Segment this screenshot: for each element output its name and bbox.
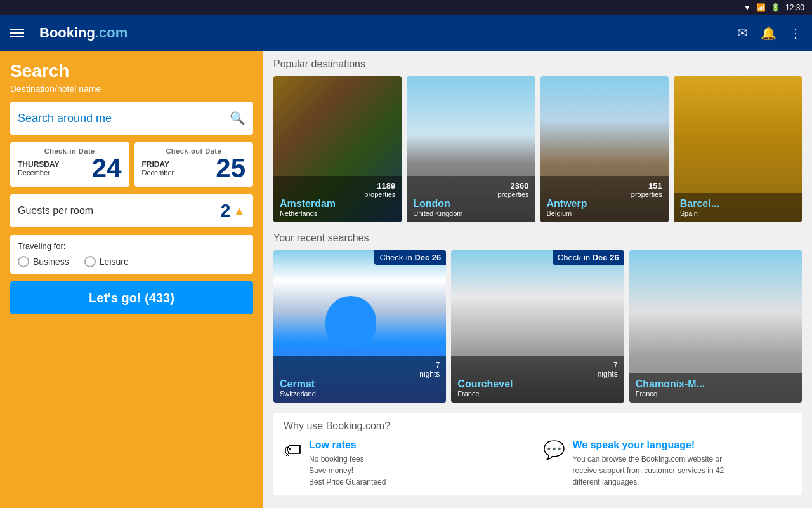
rates-heading: Low rates — [309, 439, 386, 451]
dest-card-barcelona[interactable]: Barcel... Spain — [674, 76, 802, 222]
recent-row: Check-in Dec 26 7nights Cermat Switzerla… — [273, 250, 802, 403]
checkin-weekday: THURSDAY — [18, 160, 60, 169]
hamburger-menu[interactable] — [10, 29, 24, 37]
traveling-label: Traveling for: — [18, 241, 246, 251]
barcelona-country: Spain — [680, 210, 796, 217]
chamonix-name: Chamonix-M... — [636, 378, 796, 390]
business-label: Business — [33, 257, 69, 267]
signal-icon: 📶 — [756, 3, 766, 12]
battery-icon: 🔋 — [771, 3, 780, 12]
destinations-row: 1189 properties Amsterdam Netherlands 23… — [273, 76, 802, 222]
checkout-box[interactable]: Check-out Date FRIDAY December 25 — [134, 142, 254, 187]
antwerp-count: 151 — [648, 181, 662, 190]
leisure-label: Leisure — [100, 257, 129, 267]
cermat-checkin-badge: Check-in Dec 26 — [374, 250, 446, 265]
dest-card-antwerp[interactable]: 151 properties Antwerp Belgium — [540, 76, 669, 222]
email-icon[interactable]: ✉ — [737, 25, 748, 41]
why-grid: 🏷 Low rates No booking feesSave money!Be… — [284, 439, 792, 488]
logo-domain: .com — [95, 25, 128, 41]
rates-text: No booking feesSave money!Best Price Gua… — [309, 453, 386, 488]
chamonix-country: France — [636, 390, 796, 398]
antwerp-overlay: 151 properties Antwerp Belgium — [540, 176, 669, 222]
checkout-info: FRIDAY December — [142, 160, 174, 177]
amsterdam-props: properties — [364, 190, 395, 198]
recent-title: Your recent searches — [273, 232, 802, 244]
logo-text: Booking — [39, 25, 95, 41]
language-text: You can browse the Booking.com website o… — [573, 453, 724, 488]
leisure-radio-circle — [84, 256, 96, 267]
amsterdam-count: 1189 — [377, 181, 395, 190]
checkin-day-row: THURSDAY December 24 — [18, 155, 122, 182]
traveling-box: Traveling for: Business Leisure — [10, 235, 253, 274]
antwerp-props: properties — [631, 190, 662, 198]
logo: Booking.com — [39, 25, 128, 41]
main-layout: Search Destination/hotel name 🔍 Check-in… — [0, 51, 812, 508]
search-icon: 🔍 — [230, 110, 246, 126]
why-item-rates: 🏷 Low rates No booking feesSave money!Be… — [284, 439, 533, 488]
skier-shape — [325, 296, 376, 347]
cermat-country: Switzerland — [280, 390, 440, 398]
language-icon: 💬 — [543, 439, 565, 460]
popular-title: Popular destinations — [273, 58, 802, 70]
checkin-box[interactable]: Check-in Date THURSDAY December 24 — [10, 142, 129, 187]
status-bar: ▼ 📶 🔋 12:30 — [0, 0, 812, 15]
notification-icon[interactable]: 🔔 — [761, 25, 776, 41]
london-count: 2360 — [511, 181, 529, 190]
checkin-month: December — [18, 169, 60, 177]
london-country: United Kingdom — [413, 210, 528, 217]
london-props: properties — [498, 190, 529, 198]
left-panel: Search Destination/hotel name 🔍 Check-in… — [0, 51, 263, 508]
why-section: Why use Booking.com? 🏷 Low rates No book… — [273, 413, 802, 495]
search-title: Search — [10, 61, 253, 81]
antwerp-name: Antwerp — [547, 198, 662, 210]
search-subtitle: Destination/hotel name — [10, 84, 253, 94]
checkout-day-row: FRIDAY December 25 — [142, 155, 246, 182]
chamonix-overlay: Chamonix-M... France — [629, 373, 802, 403]
recent-card-cermat[interactable]: Check-in Dec 26 7nights Cermat Switzerla… — [273, 250, 446, 403]
clock: 12:30 — [785, 3, 804, 12]
courchevel-checkin-badge: Check-in Dec 26 — [553, 250, 624, 265]
courchevel-country: France — [457, 390, 617, 398]
checkin-info: THURSDAY December — [18, 160, 60, 177]
courchevel-name: Courchevel — [457, 378, 617, 390]
guests-count: 2 — [221, 201, 231, 221]
cermat-name: Cermat — [280, 378, 440, 390]
barcelona-name: Barcel... — [680, 198, 796, 210]
checkout-month: December — [142, 169, 174, 177]
search-input[interactable] — [18, 112, 230, 125]
checkin-day: 24 — [92, 155, 122, 182]
amsterdam-country: Netherlands — [280, 210, 395, 217]
rates-icon: 🏷 — [284, 439, 301, 460]
right-panel: Popular destinations 1189 properties Ams… — [263, 51, 812, 508]
radio-row: Business Leisure — [18, 256, 246, 267]
amsterdam-name: Amsterdam — [280, 198, 395, 210]
why-content-rates: Low rates No booking feesSave money!Best… — [309, 439, 386, 488]
guests-arrow-icon: ▲ — [233, 204, 246, 218]
courchevel-nights: 7nights — [598, 361, 618, 378]
nav-icons: ✉ 🔔 ⋮ — [737, 25, 802, 41]
why-content-language: We speak your language! You can browse t… — [573, 439, 724, 488]
cermat-nights: 7nights — [419, 361, 440, 378]
london-name: London — [413, 198, 528, 210]
cermat-overlay: 7nights Cermat Switzerland — [273, 356, 446, 403]
leisure-radio[interactable]: Leisure — [84, 256, 129, 267]
business-radio[interactable]: Business — [18, 256, 69, 267]
checkout-weekday: FRIDAY — [142, 160, 174, 169]
barcelona-overlay: Barcel... Spain — [674, 193, 802, 222]
recent-card-courchevel[interactable]: Check-in Dec 26 7nights Courchevel Franc… — [451, 250, 624, 403]
lets-go-button[interactable]: Let's go! (433) — [10, 281, 253, 314]
recent-card-chamonix[interactable]: Chamonix-M... France — [629, 250, 802, 403]
wifi-icon: ▼ — [743, 3, 751, 12]
dest-card-london[interactable]: 2360 properties London United Kingdom — [407, 76, 535, 222]
top-nav: Booking.com ✉ 🔔 ⋮ — [0, 15, 812, 51]
guests-row[interactable]: Guests per room 2 ▲ — [10, 194, 253, 227]
dest-card-amsterdam[interactable]: 1189 properties Amsterdam Netherlands — [273, 76, 402, 222]
why-title: Why use Booking.com? — [284, 420, 792, 432]
more-icon[interactable]: ⋮ — [789, 25, 802, 41]
antwerp-country: Belgium — [547, 210, 662, 217]
checkout-day: 25 — [216, 155, 246, 182]
business-radio-circle — [18, 256, 29, 267]
why-item-language: 💬 We speak your language! You can browse… — [543, 439, 792, 488]
courchevel-overlay: 7nights Courchevel France — [451, 356, 624, 403]
date-row: Check-in Date THURSDAY December 24 Check… — [10, 142, 253, 187]
